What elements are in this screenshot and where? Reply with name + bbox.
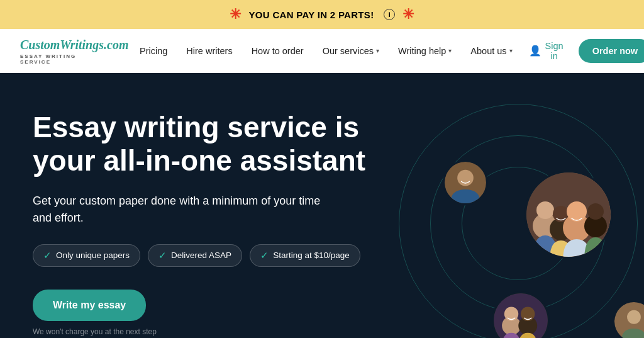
info-icon[interactable]: i [384,9,395,20]
logo-text: CustomWritings.com [20,37,108,52]
hero-subtitle: Get your custom paper done with a minimu… [33,193,322,227]
chevron-down-icon: ▾ [376,47,379,54]
nav-about-us[interactable]: About us ▾ [462,41,521,61]
badge-unique: ✓ Only unique papers [33,244,140,267]
svg-point-17 [627,310,641,324]
nav-hire-writers-label: Hire writers [186,46,232,56]
logo-subtitle: ESSAY WRITING SERVICE [20,54,108,65]
sign-in-label: Sign in [545,41,564,61]
hero-section: Essay writing service is your all-in-one… [0,73,644,338]
no-charge-text: We won't charge you at the next step [33,327,372,336]
header: CustomWritings.com ESSAY WRITING SERVICE… [0,29,644,73]
nav-pricing-label: Pricing [140,46,167,56]
nav-our-services[interactable]: Our services ▾ [314,41,388,61]
svg-point-10 [457,170,474,186]
nav-hire-writers[interactable]: Hire writers [177,41,241,61]
nav-how-to-order[interactable]: How to order [243,41,313,61]
check-icon: ✓ [158,250,167,261]
top-banner: ✳ YOU CAN PAY IN 2 PARTS! i ✳ [0,0,644,29]
avatar-group-large [525,171,613,259]
chevron-down-icon: ▾ [448,47,452,54]
badge-unique-label: Only unique papers [56,251,130,260]
sign-in-button[interactable]: 👤 Sign in [521,36,571,66]
svg-point-15 [521,307,535,320]
user-icon: 👤 [529,45,541,57]
circles-decoration [355,91,644,338]
nav-our-services-label: Our services [323,46,374,56]
badge-asap: ✓ Delivered ASAP [148,244,242,267]
nav-about-us-label: About us [470,46,506,56]
nav-how-to-order-label: How to order [252,46,304,56]
avatar-man [443,160,488,205]
nav-pricing[interactable]: Pricing [131,41,176,61]
banner-text: YOU CAN PAY IN 2 PARTS! [249,9,374,20]
avatar-partial [613,300,644,338]
chevron-down-icon: ▾ [509,47,513,54]
logo[interactable]: CustomWritings.com ESSAY WRITING SERVICE [20,37,108,65]
star-right-icon: ✳ [402,6,414,23]
header-actions: 👤 Sign in Order now [521,36,644,66]
write-essay-button[interactable]: Write my essay [33,290,146,321]
hero-badges: ✓ Only unique papers ✓ Delivered ASAP ✓ … [33,244,372,267]
check-icon: ✓ [43,250,52,261]
main-nav: Pricing Hire writers How to order Our se… [131,41,521,61]
hero-content: Essay writing service is your all-in-one… [33,111,372,336]
nav-writing-help-label: Writing help [398,46,446,56]
badge-price-label: Starting at $10/page [273,251,350,260]
badge-price: ✓ Starting at $10/page [250,244,360,267]
svg-point-6 [567,201,587,222]
group-photo [526,172,611,257]
order-now-button[interactable]: Order now [579,39,644,63]
svg-point-13 [504,307,518,320]
badge-asap-label: Delivered ASAP [171,251,231,260]
svg-point-8 [587,203,604,220]
nav-writing-help[interactable]: Writing help ▾ [389,41,460,61]
svg-point-2 [536,201,554,219]
check-icon: ✓ [260,250,269,261]
hero-title: Essay writing service is your all-in-one… [33,111,372,177]
star-left-icon: ✳ [230,6,241,23]
